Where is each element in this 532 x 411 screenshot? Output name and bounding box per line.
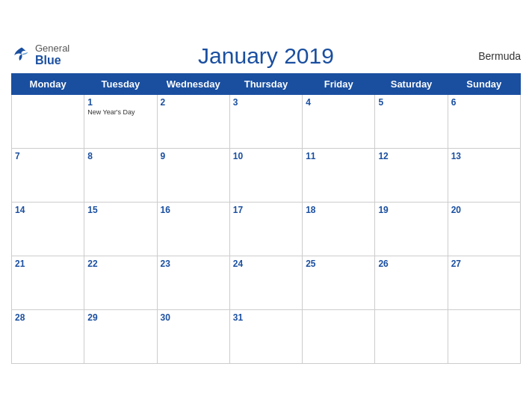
bird-logo-icon: [11, 45, 32, 66]
table-row: 17: [229, 203, 302, 256]
table-row: 21: [12, 256, 84, 310]
table-row: 19: [375, 203, 448, 256]
day-number: 31: [233, 312, 299, 323]
table-row: [448, 310, 520, 364]
holiday-label: New Year's Day: [87, 108, 153, 116]
calendar-week-row: 1New Year's Day23456: [12, 95, 521, 149]
table-row: [303, 310, 375, 364]
day-number: 11: [306, 151, 371, 161]
calendar-container: General Blue January 2019 Bermuda Monday…: [0, 36, 532, 375]
table-row: 16: [157, 203, 229, 256]
table-row: 26: [375, 256, 448, 310]
table-row: 28: [12, 310, 84, 364]
col-sunday: Sunday: [448, 74, 520, 95]
calendar-header: General Blue January 2019 Bermuda: [11, 43, 521, 69]
table-row: 9: [157, 149, 229, 203]
day-number: 12: [378, 151, 444, 161]
day-number: 7: [15, 151, 81, 161]
day-number: 13: [451, 151, 517, 161]
day-number: 15: [87, 205, 153, 215]
table-row: 1New Year's Day: [84, 95, 157, 149]
table-row: 29: [84, 310, 157, 364]
table-row: 30: [157, 310, 229, 364]
month-title: January 2019: [198, 43, 334, 69]
day-number: 20: [451, 205, 517, 215]
day-number: 26: [378, 259, 444, 269]
calendar-table: Monday Tuesday Wednesday Thursday Friday…: [11, 73, 521, 364]
col-monday: Monday: [12, 74, 84, 95]
day-number: 5: [378, 97, 444, 108]
table-row: 3: [229, 95, 302, 149]
day-number: 28: [15, 312, 81, 323]
table-row: 10: [229, 149, 302, 203]
table-row: 6: [448, 95, 520, 149]
day-number: 30: [161, 312, 226, 323]
day-number: 25: [306, 259, 371, 269]
table-row: 8: [84, 149, 157, 203]
calendar-week-row: 28293031: [12, 310, 521, 364]
calendar-header-row: Monday Tuesday Wednesday Thursday Friday…: [12, 74, 521, 95]
logo-blue-text: Blue: [35, 54, 69, 67]
calendar-week-row: 78910111213: [12, 149, 521, 203]
region-label: Bermuda: [478, 50, 521, 62]
table-row: 5: [375, 95, 448, 149]
logo-texts: General Blue: [35, 43, 69, 67]
logo-area: General Blue: [11, 43, 69, 67]
table-row: 20: [448, 203, 520, 256]
calendar-week-row: 21222324252627: [12, 256, 521, 310]
col-tuesday: Tuesday: [84, 74, 157, 95]
table-row: 2: [157, 95, 229, 149]
table-row: 13: [448, 149, 520, 203]
table-row: 15: [84, 203, 157, 256]
day-number: 19: [378, 205, 444, 215]
col-friday: Friday: [303, 74, 375, 95]
day-number: 4: [306, 97, 371, 108]
day-number: 10: [233, 151, 299, 161]
table-row: 4: [303, 95, 375, 149]
table-row: 27: [448, 256, 520, 310]
day-number: 22: [87, 259, 153, 269]
calendar-week-row: 14151617181920: [12, 203, 521, 256]
day-number: 2: [161, 97, 226, 108]
table-row: 25: [303, 256, 375, 310]
table-row: 23: [157, 256, 229, 310]
logo-general-text: General: [35, 43, 69, 54]
table-row: 12: [375, 149, 448, 203]
day-number: 1: [87, 97, 153, 108]
table-row: 31: [229, 310, 302, 364]
day-number: 17: [233, 205, 299, 215]
day-number: 24: [233, 259, 299, 269]
day-number: 21: [15, 259, 81, 269]
day-number: 29: [87, 312, 153, 323]
day-number: 16: [161, 205, 226, 215]
table-row: 14: [12, 203, 84, 256]
table-row: 7: [12, 149, 84, 203]
col-wednesday: Wednesday: [157, 74, 229, 95]
day-number: 3: [233, 97, 299, 108]
day-number: 8: [87, 151, 153, 161]
table-row: [375, 310, 448, 364]
day-number: 14: [15, 205, 81, 215]
day-number: 18: [306, 205, 371, 215]
table-row: [12, 95, 84, 149]
day-number: 27: [451, 259, 517, 269]
table-row: 18: [303, 203, 375, 256]
col-saturday: Saturday: [375, 74, 448, 95]
day-number: 23: [161, 259, 226, 269]
col-thursday: Thursday: [229, 74, 302, 95]
day-number: 6: [451, 97, 517, 108]
table-row: 24: [229, 256, 302, 310]
day-number: 9: [161, 151, 226, 161]
table-row: 11: [303, 149, 375, 203]
table-row: 22: [84, 256, 157, 310]
